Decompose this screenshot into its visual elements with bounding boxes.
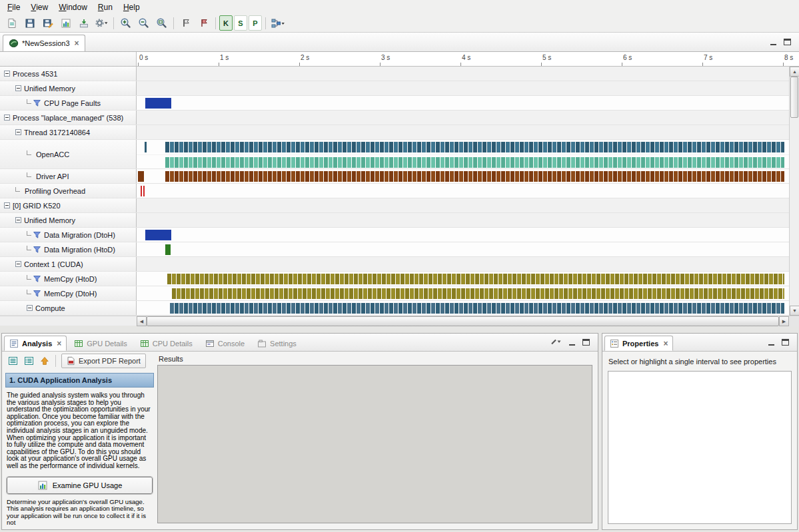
properties-tab[interactable]: Properties × bbox=[604, 336, 673, 351]
interval-bar[interactable] bbox=[170, 303, 784, 314]
scroll-right-icon[interactable]: ▶ bbox=[779, 316, 789, 326]
menu-window[interactable]: Window bbox=[53, 1, 93, 13]
menu-file[interactable]: File bbox=[2, 1, 25, 13]
settings-menu-button[interactable] bbox=[93, 15, 110, 31]
menu-run[interactable]: Run bbox=[93, 1, 118, 13]
interval-bar[interactable] bbox=[143, 186, 145, 196]
scroll-down-icon[interactable]: ▼ bbox=[790, 306, 799, 316]
minimize-icon[interactable] bbox=[770, 39, 777, 46]
row-track-openacc[interactable] bbox=[137, 140, 799, 168]
row-label-compute[interactable]: Compute bbox=[0, 301, 137, 315]
collapse-icon[interactable] bbox=[27, 305, 33, 311]
tab-settings[interactable]: Settings bbox=[252, 336, 302, 351]
process-toggle-button[interactable]: P bbox=[249, 15, 262, 31]
row-label-memcpy-dtoh[interactable]: MemCpy (DtoH) bbox=[0, 286, 137, 300]
row-track-process-4531[interactable] bbox=[137, 67, 799, 81]
row-label-profiling-overhead[interactable]: Profiling Overhead bbox=[0, 184, 137, 198]
row-label-unified-memory-host[interactable]: Unified Memory bbox=[0, 81, 137, 95]
collapse-icon[interactable] bbox=[4, 115, 10, 121]
row-track-cpu-page-faults[interactable] bbox=[137, 96, 799, 110]
row-label-cpu-page-faults[interactable]: CPU Page Faults bbox=[0, 96, 137, 110]
export-timeline-button[interactable] bbox=[75, 15, 92, 31]
row-track-data-migration-dtoh[interactable] bbox=[137, 228, 799, 242]
row-label-context-1-cuda[interactable]: Context 1 (CUDA) bbox=[0, 257, 137, 271]
row-track-memcpy-htod[interactable] bbox=[137, 272, 799, 286]
row-label-process-laplace-managed[interactable]: Process "laplace_managed" (538) bbox=[0, 111, 137, 125]
interval-bar[interactable] bbox=[165, 157, 784, 168]
stream-toggle-button[interactable]: S bbox=[234, 15, 247, 31]
vertical-scrollbar[interactable]: ▲ ▼ bbox=[789, 67, 799, 316]
row-track-thread-3172140864[interactable] bbox=[137, 125, 799, 139]
promote-results-button[interactable] bbox=[37, 354, 52, 368]
menu-help[interactable]: Help bbox=[118, 1, 145, 13]
collapse-icon[interactable] bbox=[15, 217, 21, 223]
tab-gpu-details[interactable]: GPU Details bbox=[69, 336, 133, 351]
kernel-toggle-button[interactable]: K bbox=[219, 15, 233, 31]
filter-icon[interactable] bbox=[33, 290, 41, 297]
scroll-up-icon[interactable]: ▲ bbox=[790, 67, 799, 77]
interval-bar[interactable] bbox=[141, 186, 142, 196]
close-tab-icon[interactable]: × bbox=[57, 339, 61, 348]
collapse-icon[interactable] bbox=[4, 71, 10, 77]
row-track-grid-k520[interactable] bbox=[137, 198, 799, 212]
menu-view[interactable]: View bbox=[25, 1, 53, 13]
row-track-profiling-overhead[interactable] bbox=[137, 184, 799, 198]
collapse-icon[interactable] bbox=[15, 261, 21, 267]
row-label-thread-3172140864[interactable]: Thread 3172140864 bbox=[0, 125, 137, 139]
collapse-icon[interactable] bbox=[4, 202, 10, 208]
vscroll-thumb[interactable] bbox=[790, 77, 798, 118]
interval-bar[interactable] bbox=[165, 244, 171, 255]
filter-icon[interactable] bbox=[33, 276, 41, 282]
interval-bar[interactable] bbox=[145, 142, 146, 152]
filter-icon[interactable] bbox=[33, 100, 41, 107]
collapse-icon[interactable] bbox=[15, 129, 21, 135]
view-menu-icon[interactable] bbox=[550, 338, 562, 348]
tab-analysis[interactable]: Analysis× bbox=[4, 336, 67, 351]
maximize-icon[interactable] bbox=[582, 339, 590, 346]
scroll-left-icon[interactable]: ◀ bbox=[137, 316, 147, 326]
row-label-data-migration-dtoh[interactable]: Data Migration (DtoH) bbox=[0, 228, 137, 242]
run-analysis-menu-button[interactable] bbox=[269, 15, 286, 31]
profile-application-button[interactable] bbox=[57, 15, 74, 31]
interval-bar[interactable] bbox=[138, 171, 144, 182]
interval-bar[interactable] bbox=[145, 98, 171, 109]
row-label-process-4531[interactable]: Process 4531 bbox=[0, 67, 137, 81]
row-track-driver-api[interactable] bbox=[137, 169, 799, 183]
row-label-unified-memory-gpu[interactable]: Unified Memory bbox=[0, 213, 137, 227]
tab-console[interactable]: Console bbox=[200, 336, 250, 351]
interval-bar[interactable] bbox=[172, 288, 785, 299]
panel-sash[interactable] bbox=[0, 326, 799, 333]
row-track-unified-memory-host[interactable] bbox=[137, 81, 799, 95]
unguided-analysis-button[interactable] bbox=[21, 354, 36, 368]
time-scale[interactable]: 0 s1 s2 s3 s4 s5 s6 s7 s8 s bbox=[137, 52, 799, 67]
collapse-icon[interactable] bbox=[15, 85, 21, 91]
horizontal-scrollbar[interactable]: ◀ ▶ bbox=[137, 316, 799, 326]
row-label-memcpy-htod[interactable]: MemCpy (HtoD) bbox=[0, 272, 137, 286]
zoom-out-button[interactable] bbox=[135, 15, 152, 31]
close-properties-icon[interactable]: × bbox=[663, 339, 668, 348]
row-label-driver-api[interactable]: Driver API bbox=[0, 169, 137, 183]
row-label-grid-k520[interactable]: [0] GRID K520 bbox=[0, 198, 137, 212]
close-tab-icon[interactable]: × bbox=[75, 39, 79, 48]
zoom-in-button[interactable] bbox=[117, 15, 134, 31]
guided-analysis-button[interactable] bbox=[5, 354, 20, 368]
row-track-data-migration-htod[interactable] bbox=[137, 242, 799, 256]
maximize-icon[interactable] bbox=[784, 39, 791, 45]
next-marker-button[interactable] bbox=[195, 15, 212, 31]
examine-gpu-usage-button[interactable]: Examine GPU Usage bbox=[7, 477, 153, 494]
session-tab[interactable]: *NewSession3 × bbox=[3, 35, 85, 51]
row-track-compute[interactable] bbox=[137, 301, 799, 315]
row-track-process-laplace-managed[interactable] bbox=[137, 111, 799, 125]
interval-bar[interactable] bbox=[165, 171, 785, 182]
filter-icon[interactable] bbox=[33, 232, 41, 238]
minimize-icon[interactable] bbox=[768, 339, 775, 346]
maximize-icon[interactable] bbox=[782, 339, 789, 346]
new-session-button[interactable] bbox=[3, 15, 20, 31]
row-track-memcpy-dtoh[interactable] bbox=[137, 286, 799, 300]
minimize-icon[interactable] bbox=[568, 339, 576, 346]
interval-bar[interactable] bbox=[165, 142, 784, 152]
previous-marker-button[interactable] bbox=[177, 15, 194, 31]
tab-cpu-details[interactable]: CPU Details bbox=[135, 336, 198, 351]
save-as-button[interactable] bbox=[39, 15, 56, 31]
hscroll-thumb[interactable] bbox=[147, 316, 779, 326]
